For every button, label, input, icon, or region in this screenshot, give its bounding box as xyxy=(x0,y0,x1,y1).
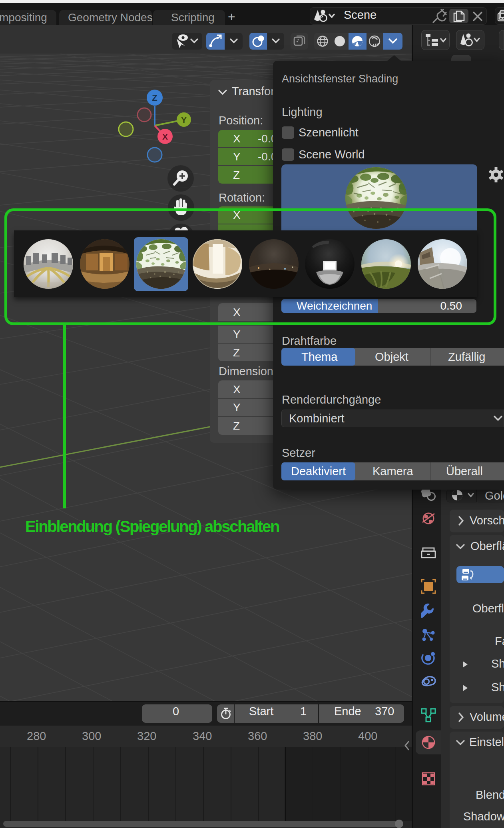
svg-text:Y: Y xyxy=(181,115,187,124)
svg-text:Z: Z xyxy=(152,93,157,103)
svg-text:X: X xyxy=(162,132,168,141)
